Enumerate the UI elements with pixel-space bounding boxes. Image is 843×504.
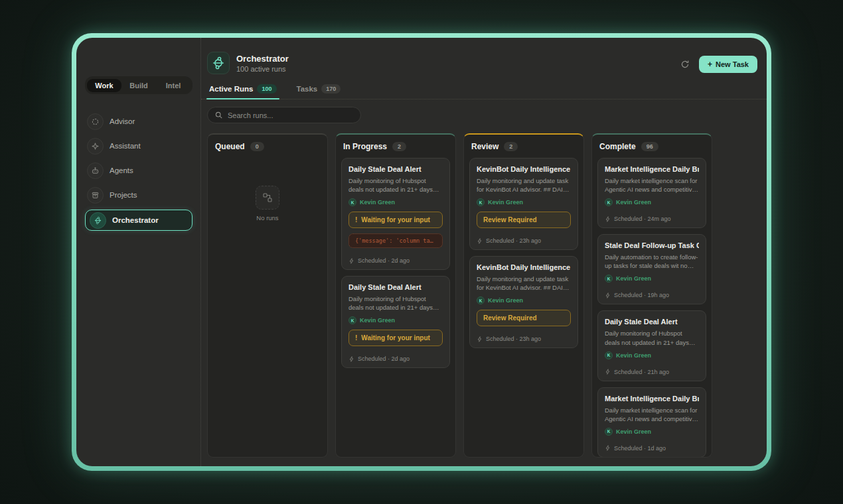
assignee-chip: KKevin Green [605,275,699,283]
sidebar-item-assistant[interactable]: Assistant [85,136,192,156]
run-card-footer: Scheduled · 23h ago [477,336,571,342]
avatar: K [605,275,613,283]
bolt-icon [605,445,611,451]
run-card[interactable]: Market Intelligence Daily BriefingDaily … [597,387,706,457]
status-chip[interactable]: Review Required [477,310,571,326]
run-card-title: Daily Stale Deal Alert [605,318,699,326]
column-title: Review [471,142,498,151]
assignee-name: Kevin Green [616,428,651,435]
run-card-title: Market Intelligence Daily Briefing [605,165,699,173]
run-card[interactable]: KevinBot Daily Intelligence UpdateDaily … [469,256,578,348]
scheduled-timestamp: Scheduled · 21h ago [614,369,669,375]
avatar: K [348,198,356,206]
run-card-description: Daily monitoring of Hubspot deals not up… [605,329,699,346]
column-body: No runs [208,157,327,457]
status-chip-label: Review Required [483,314,537,322]
sidebar-item-orchestrator[interactable]: Orchestrator [85,210,192,231]
run-card-description: Daily automation to create follow-up tas… [605,253,699,270]
mode-tab-build[interactable]: Build [121,79,156,92]
sidebar-item-projects[interactable]: Projects [85,185,192,205]
assignee-chip: KKevin Green [605,428,699,436]
avatar: K [348,316,356,324]
assignee-chip: KKevin Green [605,198,699,206]
assignee-chip: KKevin Green [477,198,571,206]
tab-active-runs[interactable]: Active Runs100 [208,84,278,99]
tab-label: Active Runs [209,85,253,93]
run-card[interactable]: Daily Stale Deal AlertDaily monitoring o… [341,276,450,368]
advisor-icon [87,113,104,130]
run-card-description: Daily monitoring of Hubspot deals not up… [348,294,443,312]
app-titles: Orchestrator 100 active runs [236,54,289,73]
warning-icon: ! [355,334,357,342]
column-title: Queued [215,142,245,151]
app-identity: Orchestrator 100 active runs [207,52,289,74]
orchestrator-orbit-icon [207,52,230,74]
sidebar-nav: AdvisorAssistantAgentsProjectsOrchestrat… [85,111,192,231]
column-in-progress: In Progress2Daily Stale Deal AlertDaily … [335,133,456,458]
assignee-name: Kevin Green [616,352,651,359]
run-card-description: Daily monitoring and update task for Kev… [477,176,571,194]
column-title: Complete [599,142,636,151]
status-chip[interactable]: !Waiting for your input [348,330,443,346]
run-card[interactable]: KevinBot Daily Intelligence UpdateDaily … [469,158,578,250]
run-card-footer: Scheduled · 19h ago [605,292,699,298]
app-header: Orchestrator 100 active runs + New Task [201,38,767,74]
column-complete: Complete96Market Intelligence Daily Brie… [591,133,712,458]
sidebar-item-agents[interactable]: Agents [85,160,192,180]
run-card-footer: Scheduled · 2d ago [348,355,443,362]
main-panel: Orchestrator 100 active runs + New Task … [201,38,767,466]
assignee-name: Kevin Green [616,275,651,282]
bolt-icon [605,216,611,222]
tab-tasks[interactable]: Tasks170 [295,84,343,99]
status-chip[interactable]: !Waiting for your input [348,212,443,228]
mode-tab-intel[interactable]: Intel [156,79,191,92]
sidebar-item-label: Advisor [110,117,135,125]
bolt-icon [605,292,611,298]
scheduled-timestamp: Scheduled · 23h ago [486,237,541,244]
run-card-description: Daily monitoring of Hubspot deals not up… [348,176,443,194]
column-body: Market Intelligence Daily BriefingDaily … [592,157,712,457]
assignee-name: Kevin Green [360,317,395,324]
search-placeholder: Search runs... [228,111,273,119]
sidebar-item-label: Agents [110,166,133,174]
avatar: K [477,296,485,304]
error-chip[interactable]: {'message': 'column task_agents.agent_na… [348,233,443,248]
status-chip-label: Waiting for your input [361,216,430,223]
assignee-name: Kevin Green [488,297,523,304]
column-count-badge: 96 [641,142,658,151]
mode-tab-work[interactable]: Work [87,79,121,92]
run-card-footer: Scheduled · 2d ago [348,257,443,264]
bolt-icon [477,238,483,244]
tab-label: Tasks [297,85,318,93]
column-body: Daily Stale Deal AlertDaily monitoring o… [336,157,455,457]
run-card-description: Daily market intelligence scan for Agent… [605,406,699,423]
empty-state-label: No runs [256,214,278,221]
status-chip[interactable]: Review Required [477,212,571,228]
run-card[interactable]: Stale Deal Follow-up Task CreatorDaily a… [597,234,706,304]
sidebar-item-advisor[interactable]: Advisor [85,111,192,131]
column-header: Review2 [464,135,583,157]
column-queued: Queued0No runs [207,133,328,458]
search-input[interactable]: Search runs... [207,107,361,123]
column-review: Review2KevinBot Daily Intelligence Updat… [463,133,584,458]
sidebar-mode-tabs: WorkBuildIntel [85,76,192,94]
scheduled-timestamp: Scheduled · 19h ago [614,292,669,298]
run-card-title: KevinBot Daily Intelligence Update [477,165,571,173]
active-runs-subtitle: 100 active runs [236,65,289,73]
view-tabs: Active Runs100Tasks170 [201,84,767,99]
run-card-description: Daily monitoring and update task for Kev… [477,275,571,292]
tab-count-badge: 170 [321,84,341,94]
column-count-badge: 2 [392,142,406,151]
run-card[interactable]: Daily Stale Deal AlertDaily monitoring o… [341,158,450,270]
run-card[interactable]: Daily Stale Deal AlertDaily monitoring o… [597,310,706,381]
bolt-icon [605,369,611,375]
sidebar-item-label: Assistant [110,142,141,150]
refresh-icon[interactable] [680,60,690,69]
warning-icon: ! [355,216,357,223]
run-card[interactable]: Market Intelligence Daily BriefingDaily … [597,158,706,228]
run-card-title: Market Intelligence Daily Briefing [605,395,699,403]
run-card-title: Stale Deal Follow-up Task Creator [605,241,699,249]
bolt-icon [348,356,354,362]
new-task-button[interactable]: + New Task [699,56,757,73]
projects-icon [87,187,104,204]
